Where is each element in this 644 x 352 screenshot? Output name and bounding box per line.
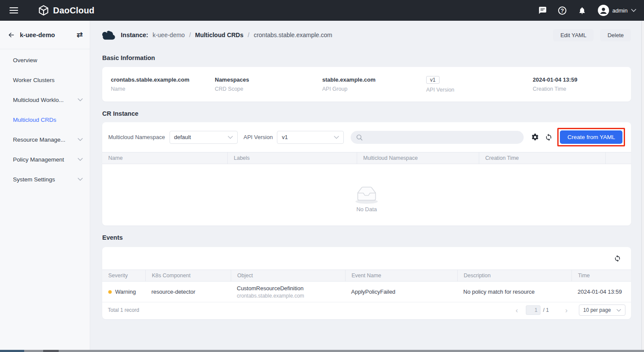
gear-icon[interactable] — [531, 133, 539, 142]
sidebar-item-multicloud-workloads[interactable]: Multicloud Worklo... — [0, 90, 90, 110]
create-from-yaml-button[interactable]: Create from YAML — [560, 130, 622, 144]
warning-dot-icon — [108, 290, 112, 294]
delete-button[interactable]: Delete — [600, 29, 631, 41]
sidebar: k-uee-demo ⇄ Overview Worker Clusters Mu… — [0, 21, 90, 352]
crd-scope-value: Namespaces — [215, 76, 322, 83]
switch-cluster-icon[interactable]: ⇄ — [77, 31, 83, 38]
daocloud-logo-icon — [38, 5, 49, 16]
refresh-icon[interactable] — [544, 133, 553, 142]
cr-col-name: Name — [102, 152, 227, 164]
page-number-input[interactable] — [526, 305, 540, 315]
event-table-row: Warning resource-detector CustomResource… — [102, 282, 631, 302]
pagination-total: Total 1 record — [108, 307, 139, 313]
basic-information-title: Basic Information — [102, 54, 631, 61]
horizontal-scrollbar-thumb[interactable] — [43, 350, 59, 352]
empty-text: No Data — [356, 206, 377, 212]
chevron-down-icon — [78, 158, 83, 161]
main-content: Instance: k-uee-demo / Multicloud CRDs /… — [91, 21, 641, 352]
cr-instance-card: Multicloud Namespace default API Version… — [102, 122, 631, 225]
chat-icon[interactable] — [538, 6, 547, 15]
brand-logo: DaoCloud — [38, 5, 94, 16]
cr-col-creation-time: Creation Time — [479, 152, 605, 164]
sidebar-menu: Overview Worker Clusters Multicloud Work… — [0, 49, 90, 189]
event-component: resource-detector — [145, 289, 231, 295]
help-icon[interactable]: ? — [558, 6, 567, 15]
sidebar-item-multicloud-crds[interactable]: Multicloud CRDs — [0, 110, 90, 130]
back-arrow-icon[interactable] — [7, 31, 16, 39]
per-page-select[interactable]: 10 per page — [579, 304, 625, 316]
event-time: 2024-01-04 13:59 — [572, 289, 631, 295]
chevron-down-icon — [616, 309, 621, 312]
breadcrumb-separator: / — [189, 32, 191, 38]
event-object-kind: CustomResourceDefinition — [237, 285, 304, 292]
prev-page-icon[interactable]: ‹ — [514, 307, 520, 314]
crd-name-label: Name — [111, 86, 215, 92]
ev-col-time: Time — [572, 270, 631, 281]
api-group-label: API Group — [322, 86, 426, 92]
breadcrumb-crds-link[interactable]: Multicloud CRDs — [195, 32, 243, 38]
chevron-down-icon — [78, 98, 83, 101]
chevron-down-icon — [78, 138, 83, 141]
app-header: DaoCloud ? admin — [0, 0, 644, 21]
pagination: Total 1 record ‹ / 1 › 10 per page — [102, 302, 631, 318]
api-group-value: stable.example.com — [322, 76, 426, 83]
ev-col-description: Description — [457, 270, 572, 281]
search-box[interactable] — [351, 131, 524, 144]
crd-scope-label: CRD Scope — [215, 86, 322, 92]
event-description: No policy match for resource — [457, 289, 572, 295]
hamburger-menu-icon[interactable] — [9, 7, 18, 13]
cluster-name: k-uee-demo — [20, 32, 55, 38]
events-card: Severity K8s Component Object Event Name… — [102, 247, 631, 319]
events-table-header: Severity K8s Component Object Event Name… — [102, 270, 631, 282]
api-version-select[interactable]: v1 — [277, 131, 344, 144]
sidebar-item-policy-management[interactable]: Policy Management — [0, 149, 90, 169]
breadcrumb-current: crontabs.stable.example.com — [254, 32, 332, 38]
user-name: admin — [613, 7, 628, 14]
ev-col-object: Object — [231, 270, 345, 281]
chevron-down-icon — [78, 178, 83, 181]
breadcrumb: Instance: k-uee-demo / Multicloud CRDs /… — [116, 32, 332, 38]
namespace-filter-label: Multicloud Namespace — [108, 134, 165, 140]
highlight-annotation-box: Create from YAML — [557, 128, 625, 146]
sidebar-item-resource-management[interactable]: Resource Manage... — [0, 130, 90, 149]
horizontal-scrollbar-segment — [0, 350, 24, 352]
user-menu[interactable]: admin — [598, 5, 636, 16]
breadcrumb-cluster-link[interactable]: k-uee-demo — [153, 32, 185, 38]
cr-col-namespace: Multicloud Namespace — [357, 152, 479, 164]
api-version-label: API Version — [426, 87, 533, 93]
events-title: Events — [102, 234, 631, 241]
events-toolbar — [102, 247, 631, 270]
sidebar-item-overview[interactable]: Overview — [0, 50, 90, 70]
right-scroll-gutter — [641, 21, 644, 352]
search-input[interactable] — [366, 134, 518, 140]
ev-col-severity: Severity — [102, 270, 145, 281]
horizontal-scrollbar[interactable] — [0, 350, 644, 352]
breadcrumb-prefix: Instance: — [121, 32, 148, 38]
ev-col-event-name: Event Name — [345, 270, 457, 281]
basic-information-card: crontabs.stable.example.com Name Namespa… — [102, 67, 631, 101]
avatar — [598, 5, 609, 16]
empty-inbox-icon — [352, 182, 381, 204]
cr-instance-title: CR Instance — [102, 110, 631, 117]
creation-time-label: Creation Time — [533, 86, 628, 92]
chevron-down-icon — [631, 9, 636, 12]
cr-col-labels: Labels — [227, 152, 357, 164]
page-count: / 1 — [543, 307, 549, 313]
chevron-down-icon — [334, 136, 339, 139]
ev-col-component: K8s Component — [145, 270, 231, 281]
creation-time-value: 2024-01-04 13:59 — [533, 76, 628, 83]
crd-name-value: crontabs.stable.example.com — [111, 76, 215, 83]
sidebar-item-worker-clusters[interactable]: Worker Clusters — [0, 70, 90, 90]
brand-name: DaoCloud — [53, 6, 94, 16]
event-name: ApplyPolicyFailed — [345, 289, 457, 295]
edit-yaml-button[interactable]: Edit YAML — [553, 29, 594, 41]
breadcrumb-separator: / — [248, 32, 249, 38]
namespace-select[interactable]: default — [170, 131, 238, 144]
sidebar-item-system-settings[interactable]: System Settings — [0, 169, 90, 189]
next-page-icon[interactable]: › — [563, 307, 569, 314]
breadcrumb-row: Instance: k-uee-demo / Multicloud CRDs /… — [102, 28, 631, 42]
events-refresh-icon[interactable] — [613, 254, 622, 263]
api-version-filter-label: API Version — [244, 134, 273, 140]
notification-bell-icon[interactable] — [578, 6, 587, 15]
cr-col-actions — [605, 152, 631, 164]
